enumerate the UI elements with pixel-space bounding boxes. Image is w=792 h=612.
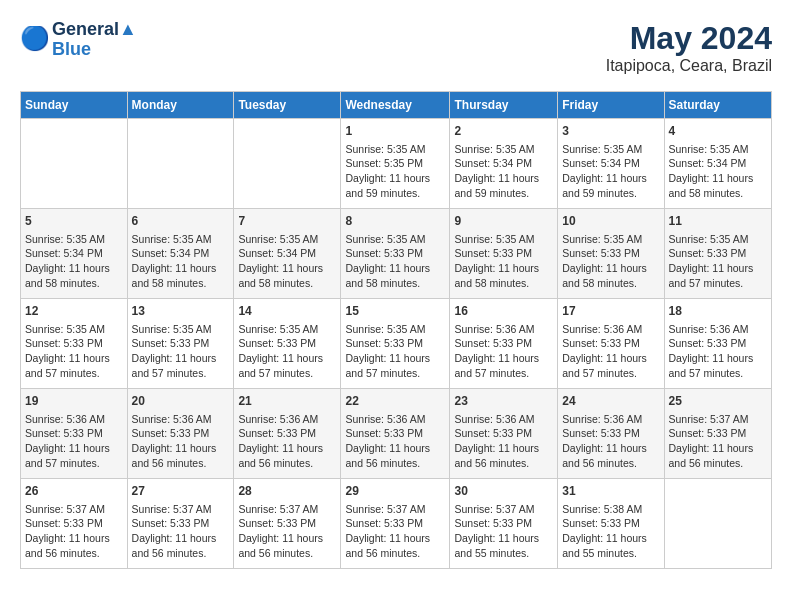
day-info: Daylight: 11 hours and 58 minutes.	[238, 261, 336, 290]
calendar-header: SundayMondayTuesdayWednesdayThursdayFrid…	[21, 92, 772, 119]
day-info: Sunrise: 5:37 AM	[454, 502, 553, 517]
day-info: Daylight: 11 hours and 56 minutes.	[669, 441, 767, 470]
day-info: Daylight: 11 hours and 58 minutes.	[132, 261, 230, 290]
day-info: Sunset: 5:33 PM	[345, 246, 445, 261]
calendar-cell: 22Sunrise: 5:36 AMSunset: 5:33 PMDayligh…	[341, 389, 450, 479]
calendar-cell: 10Sunrise: 5:35 AMSunset: 5:33 PMDayligh…	[558, 209, 664, 299]
day-info: Sunrise: 5:35 AM	[25, 322, 123, 337]
day-info: Daylight: 11 hours and 59 minutes.	[454, 171, 553, 200]
day-number: 6	[132, 213, 230, 230]
day-info: Sunrise: 5:38 AM	[562, 502, 659, 517]
day-info: Sunrise: 5:35 AM	[562, 232, 659, 247]
day-info: Sunrise: 5:36 AM	[132, 412, 230, 427]
logo: 🔵 General▲ Blue	[20, 20, 137, 60]
day-info: Sunset: 5:33 PM	[132, 336, 230, 351]
day-header-tuesday: Tuesday	[234, 92, 341, 119]
day-info: Sunrise: 5:35 AM	[562, 142, 659, 157]
calendar-cell: 28Sunrise: 5:37 AMSunset: 5:33 PMDayligh…	[234, 479, 341, 569]
calendar-cell: 30Sunrise: 5:37 AMSunset: 5:33 PMDayligh…	[450, 479, 558, 569]
logo-triangle: ▲	[119, 19, 137, 39]
day-number: 1	[345, 123, 445, 140]
day-info: Sunset: 5:33 PM	[562, 336, 659, 351]
calendar-cell	[127, 119, 234, 209]
calendar-cell: 19Sunrise: 5:36 AMSunset: 5:33 PMDayligh…	[21, 389, 128, 479]
calendar-week-3: 12Sunrise: 5:35 AMSunset: 5:33 PMDayligh…	[21, 299, 772, 389]
day-info: Daylight: 11 hours and 57 minutes.	[132, 351, 230, 380]
day-info: Sunrise: 5:36 AM	[454, 412, 553, 427]
day-info: Sunset: 5:35 PM	[345, 156, 445, 171]
day-number: 19	[25, 393, 123, 410]
day-info: Sunset: 5:33 PM	[669, 336, 767, 351]
calendar-cell: 20Sunrise: 5:36 AMSunset: 5:33 PMDayligh…	[127, 389, 234, 479]
day-number: 14	[238, 303, 336, 320]
calendar-cell: 14Sunrise: 5:35 AMSunset: 5:33 PMDayligh…	[234, 299, 341, 389]
day-number: 22	[345, 393, 445, 410]
calendar-cell: 11Sunrise: 5:35 AMSunset: 5:33 PMDayligh…	[664, 209, 771, 299]
day-info: Sunrise: 5:35 AM	[345, 232, 445, 247]
calendar-cell: 29Sunrise: 5:37 AMSunset: 5:33 PMDayligh…	[341, 479, 450, 569]
day-info: Daylight: 11 hours and 57 minutes.	[238, 351, 336, 380]
day-info: Sunrise: 5:36 AM	[669, 322, 767, 337]
calendar-cell: 18Sunrise: 5:36 AMSunset: 5:33 PMDayligh…	[664, 299, 771, 389]
day-info: Sunset: 5:33 PM	[454, 246, 553, 261]
day-number: 31	[562, 483, 659, 500]
day-header-monday: Monday	[127, 92, 234, 119]
day-info: Sunset: 5:33 PM	[345, 336, 445, 351]
logo-icon: 🔵	[20, 26, 48, 54]
day-info: Sunrise: 5:35 AM	[669, 232, 767, 247]
day-info: Sunset: 5:34 PM	[25, 246, 123, 261]
day-info: Sunset: 5:33 PM	[562, 426, 659, 441]
day-number: 5	[25, 213, 123, 230]
logo-line2: Blue	[52, 40, 137, 60]
day-number: 21	[238, 393, 336, 410]
day-info: Sunrise: 5:35 AM	[345, 142, 445, 157]
day-info: Sunrise: 5:36 AM	[562, 412, 659, 427]
day-info: Daylight: 11 hours and 59 minutes.	[345, 171, 445, 200]
day-info: Daylight: 11 hours and 56 minutes.	[562, 441, 659, 470]
day-info: Sunset: 5:33 PM	[454, 516, 553, 531]
day-header-friday: Friday	[558, 92, 664, 119]
day-number: 15	[345, 303, 445, 320]
day-header-thursday: Thursday	[450, 92, 558, 119]
day-number: 24	[562, 393, 659, 410]
day-info: Sunrise: 5:36 AM	[345, 412, 445, 427]
day-info: Sunrise: 5:35 AM	[669, 142, 767, 157]
page-title: May 2024	[606, 20, 772, 57]
calendar-week-5: 26Sunrise: 5:37 AMSunset: 5:33 PMDayligh…	[21, 479, 772, 569]
calendar-cell: 1Sunrise: 5:35 AMSunset: 5:35 PMDaylight…	[341, 119, 450, 209]
calendar-cell: 15Sunrise: 5:35 AMSunset: 5:33 PMDayligh…	[341, 299, 450, 389]
day-info: Sunrise: 5:35 AM	[132, 232, 230, 247]
day-header-sunday: Sunday	[21, 92, 128, 119]
day-info: Sunset: 5:33 PM	[345, 516, 445, 531]
day-info: Daylight: 11 hours and 55 minutes.	[562, 531, 659, 560]
day-number: 29	[345, 483, 445, 500]
day-info: Daylight: 11 hours and 58 minutes.	[25, 261, 123, 290]
calendar-cell: 6Sunrise: 5:35 AMSunset: 5:34 PMDaylight…	[127, 209, 234, 299]
day-info: Daylight: 11 hours and 56 minutes.	[238, 441, 336, 470]
day-number: 10	[562, 213, 659, 230]
day-info: Sunset: 5:33 PM	[238, 426, 336, 441]
day-info: Sunset: 5:33 PM	[669, 426, 767, 441]
day-header-wednesday: Wednesday	[341, 92, 450, 119]
day-info: Daylight: 11 hours and 58 minutes.	[454, 261, 553, 290]
day-info: Daylight: 11 hours and 57 minutes.	[562, 351, 659, 380]
day-number: 16	[454, 303, 553, 320]
day-info: Sunset: 5:33 PM	[562, 516, 659, 531]
day-info: Daylight: 11 hours and 56 minutes.	[238, 531, 336, 560]
calendar-cell: 4Sunrise: 5:35 AMSunset: 5:34 PMDaylight…	[664, 119, 771, 209]
day-info: Sunset: 5:33 PM	[132, 426, 230, 441]
calendar-cell: 13Sunrise: 5:35 AMSunset: 5:33 PMDayligh…	[127, 299, 234, 389]
calendar-cell: 25Sunrise: 5:37 AMSunset: 5:33 PMDayligh…	[664, 389, 771, 479]
day-number: 30	[454, 483, 553, 500]
calendar-cell: 23Sunrise: 5:36 AMSunset: 5:33 PMDayligh…	[450, 389, 558, 479]
day-info: Sunset: 5:34 PM	[669, 156, 767, 171]
day-info: Sunrise: 5:37 AM	[132, 502, 230, 517]
day-info: Daylight: 11 hours and 57 minutes.	[25, 441, 123, 470]
day-info: Sunrise: 5:37 AM	[345, 502, 445, 517]
day-info: Sunrise: 5:37 AM	[25, 502, 123, 517]
day-info: Sunrise: 5:36 AM	[238, 412, 336, 427]
day-number: 17	[562, 303, 659, 320]
day-info: Sunrise: 5:35 AM	[454, 232, 553, 247]
calendar-body: 1Sunrise: 5:35 AMSunset: 5:35 PMDaylight…	[21, 119, 772, 569]
day-info: Sunset: 5:33 PM	[238, 336, 336, 351]
